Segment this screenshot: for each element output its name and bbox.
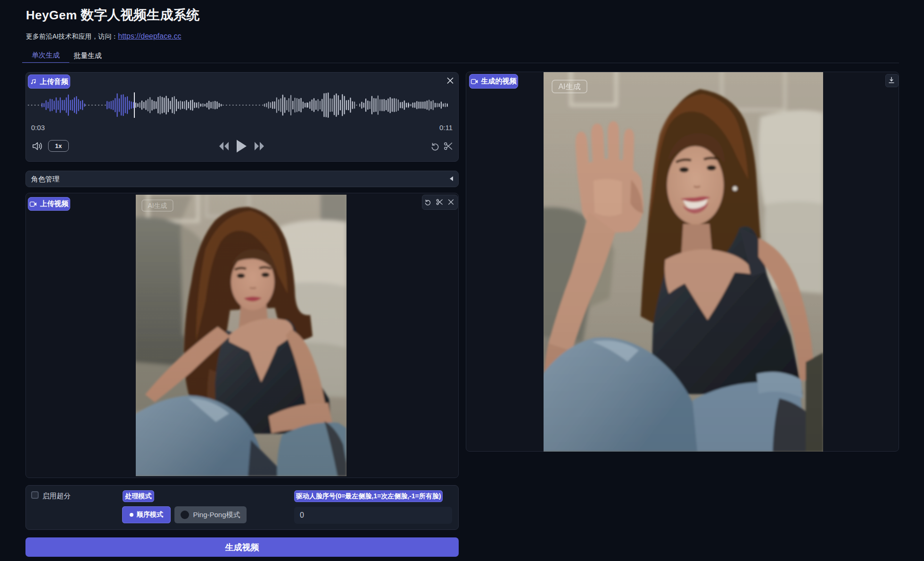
svg-text:AI生成: AI生成 (148, 202, 167, 209)
svg-text:AI生成: AI生成 (558, 82, 580, 91)
